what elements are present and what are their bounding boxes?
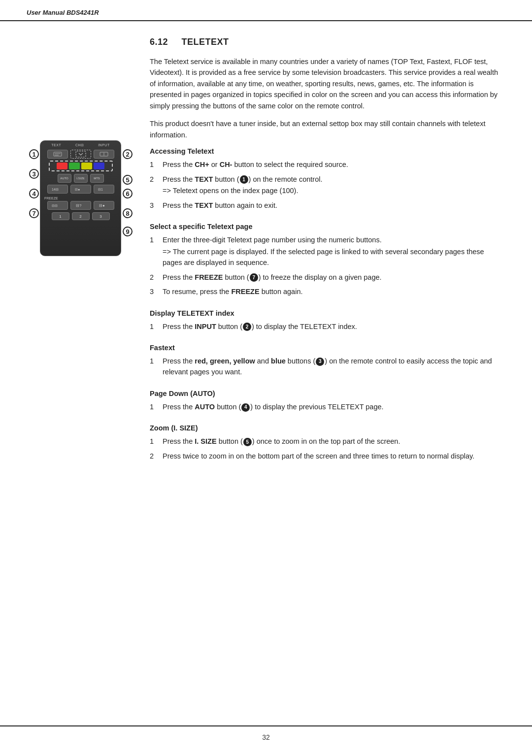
blue-btn[interactable]: [94, 163, 104, 169]
num-btn-3[interactable]: 3: [92, 212, 110, 220]
ch-btn[interactable]: [70, 150, 91, 159]
accessing-teletext-steps: 1 Press the CH+ or CH- button to select …: [150, 159, 505, 211]
remote-row-1: [43, 150, 118, 159]
circled-4: 4: [241, 403, 250, 412]
btn-row4-3[interactable]: ⊟1: [94, 185, 114, 194]
isize-btn[interactable]: I.SIZE: [74, 174, 88, 183]
remote-illustration: 1 2 3 4 5 6 7 8 9 TEXT CH⊟ INPUT: [29, 135, 133, 263]
freeze-label: FREEZE: [40, 195, 121, 200]
select-step-1-note: => The current page is displayed. If the…: [163, 246, 505, 268]
display-index-title: Display TELETEXT index: [150, 309, 505, 317]
freeze-btn[interactable]: ⊟⊟: [47, 201, 68, 210]
svg-rect-0: [54, 152, 62, 156]
remote-row-2: [43, 161, 118, 171]
zoom-step-1: 1 Press the I. SIZE button (5) once to z…: [150, 436, 505, 447]
subsection-zoom: Zoom (I. SIZE) 1 Press the I. SIZE butto…: [150, 424, 505, 461]
step-2-note: => Teletext opens on the index page (100…: [163, 185, 505, 196]
svg-text:⊟?: ⊟?: [76, 203, 82, 208]
page-number: 32: [262, 733, 270, 741]
circled-7: 7: [250, 273, 258, 282]
intro-paragraph-2: This product doesn't have a tuner inside…: [150, 118, 505, 140]
circled-3: 3: [316, 358, 324, 366]
callout-2: 2: [123, 149, 133, 159]
svg-rect-3: [76, 151, 86, 157]
subsection-accessing-teletext: Accessing Teletext 1 Press the CH+ or CH…: [150, 147, 505, 211]
page-wrapper: User Manual BDS4241R 1 2 3 4 5 6 7 8 9: [0, 0, 532, 756]
callout-1: 1: [29, 149, 39, 159]
select-step-1: 1 Enter the three-digit Teletext page nu…: [150, 234, 505, 268]
ch-label: CH⊟: [75, 143, 84, 147]
subsection-select-page: Select a specific Teletext page 1 Enter …: [150, 223, 505, 297]
yellow-btn[interactable]: [81, 163, 92, 169]
remote-row-4: 14⊟ ⊟● ⊟1: [43, 185, 118, 194]
right-column: 6.12 TELETEXT The Teletext service is av…: [135, 37, 505, 473]
subsection-page-down: Page Down (AUTO) 1 Press the AUTO button…: [150, 390, 505, 412]
circled-5: 5: [243, 438, 252, 446]
page-down-steps: 1 Press the AUTO button (4) to display t…: [150, 401, 505, 412]
btn-row4-1[interactable]: 14⊟: [47, 185, 68, 194]
select-step-3: 3 To resume, press the FREEZE button aga…: [150, 286, 505, 297]
callout-8: 8: [123, 208, 133, 218]
btn-row4-2[interactable]: ⊟●: [70, 185, 91, 194]
header: User Manual BDS4241R: [0, 0, 532, 21]
subsection-display-index: Display TELETEXT index 1 Press the INPUT…: [150, 309, 505, 332]
callout-7: 7: [29, 208, 39, 218]
section-number: 6.12: [150, 37, 168, 47]
display-index-step-1: 1 Press the INPUT button (2) to display …: [150, 321, 505, 332]
left-column: 1 2 3 4 5 6 7 8 9 TEXT CH⊟ INPUT: [27, 37, 135, 473]
select-page-title: Select a specific Teletext page: [150, 223, 505, 230]
fastext-step-1: 1 Press the red, green, yellow and blue …: [150, 356, 505, 378]
remote-row-5: ⊟⊟ ⊟? ⊟●: [43, 201, 118, 210]
subsection-fastext: Fastext 1 Press the red, green, yellow a…: [150, 344, 505, 378]
btn-row5-2[interactable]: ⊟?: [70, 201, 91, 210]
circled-1: 1: [240, 175, 248, 184]
step-1: 1 Press the CH+ or CH- button to select …: [150, 159, 505, 170]
intro-paragraph-1: The Teletext service is available in man…: [150, 56, 505, 111]
callout-6: 6: [123, 189, 133, 198]
fastext-steps: 1 Press the red, green, yellow and blue …: [150, 356, 505, 378]
callout-3: 3: [29, 169, 39, 179]
zoom-title: Zoom (I. SIZE): [150, 424, 505, 432]
header-title: User Manual BDS4241R: [27, 9, 99, 16]
numeric-row: 1 2 3: [43, 212, 118, 220]
step-3: 3 Press the TEXT button again to exit.: [150, 200, 505, 211]
color-btns-group: [49, 161, 113, 171]
zoom-steps: 1 Press the I. SIZE button (5) once to z…: [150, 436, 505, 461]
page-down-title: Page Down (AUTO): [150, 390, 505, 397]
num-btn-2[interactable]: 2: [72, 212, 90, 220]
text-label: TEXT: [51, 143, 61, 147]
input-label: INPUT: [98, 143, 110, 147]
main-content: 1 2 3 4 5 6 7 8 9 TEXT CH⊟ INPUT: [0, 21, 532, 489]
auto-btn[interactable]: AUTO: [58, 174, 71, 183]
zoom-step-2: 2 Press twice to zoom in on the bottom p…: [150, 451, 505, 461]
page-down-step-1: 1 Press the AUTO button (4) to display t…: [150, 401, 505, 412]
select-step-2: 2 Press the FREEZE button (7) to freeze …: [150, 272, 505, 283]
select-page-steps: 1 Enter the three-digit Teletext page nu…: [150, 234, 505, 297]
display-index-steps: 1 Press the INPUT button (2) to display …: [150, 321, 505, 332]
green-btn[interactable]: [69, 163, 80, 169]
remote-top-labels: TEXT CH⊟ INPUT: [40, 141, 121, 148]
remote-body: TEXT CH⊟ INPUT: [40, 140, 121, 256]
svg-text:14⊟: 14⊟: [52, 188, 59, 191]
callout-4: 4: [29, 189, 39, 198]
section-title: 6.12 TELETEXT: [150, 37, 505, 47]
svg-text:⊟●: ⊟●: [75, 188, 80, 191]
section-heading: TELETEXT: [182, 37, 229, 47]
svg-text:⊟●: ⊟●: [99, 203, 105, 208]
step-2: 2 Press the TEXT button (1) on the remot…: [150, 174, 505, 197]
btn-row5-3[interactable]: ⊟●: [94, 201, 114, 210]
num-btn-1[interactable]: 1: [52, 212, 69, 220]
mts-btn[interactable]: MTS: [90, 174, 104, 183]
footer: 32: [0, 725, 532, 746]
input-btn[interactable]: [94, 150, 114, 159]
fastext-title: Fastext: [150, 344, 505, 352]
svg-text:⊟⊟: ⊟⊟: [52, 204, 58, 207]
callout-5: 5: [123, 175, 133, 185]
text-btn[interactable]: [47, 150, 68, 159]
circled-2: 2: [243, 323, 251, 331]
accessing-teletext-title: Accessing Teletext: [150, 147, 505, 155]
callout-9: 9: [123, 227, 133, 236]
svg-text:⊟1: ⊟1: [98, 188, 103, 191]
red-btn[interactable]: [57, 163, 67, 169]
remote-row-3: AUTO I.SIZE MTS: [43, 174, 118, 183]
